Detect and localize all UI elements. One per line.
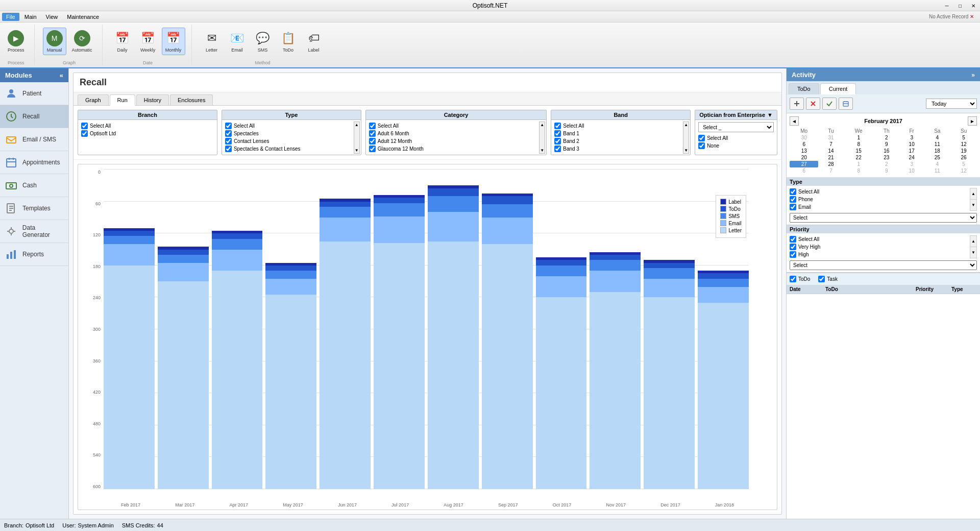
type-phone[interactable]: Phone	[790, 196, 968, 203]
type-select-dropdown[interactable]: Select	[790, 213, 977, 223]
category-select-all-checkbox[interactable]	[369, 123, 376, 129]
priority-select-dropdown[interactable]: Select Very High	[790, 260, 977, 270]
menu-file[interactable]: File	[2, 13, 19, 21]
cal-day-3-next[interactable]: 3	[899, 161, 924, 167]
cal-day-11-next[interactable]: 11	[924, 167, 950, 174]
today-dropdown[interactable]: Today	[926, 99, 977, 109]
cal-day-10-next[interactable]: 10	[899, 167, 924, 174]
cal-day-25[interactable]: 25	[924, 154, 950, 161]
cal-day-31-prev[interactable]: 31	[818, 134, 843, 141]
category-glaucoma-12m-checkbox[interactable]	[369, 146, 376, 152]
cal-day-9[interactable]: 9	[874, 141, 899, 148]
cal-day-12-next[interactable]: 12	[950, 167, 977, 174]
priority-high-checkbox[interactable]	[790, 251, 796, 258]
filter-band-select-all[interactable]: Select All	[554, 122, 687, 130]
cal-day-9-next[interactable]: 9	[874, 167, 899, 174]
act-btn-new[interactable]	[790, 98, 804, 110]
act-btn-calendar[interactable]	[839, 98, 853, 110]
cal-day-3[interactable]: 3	[899, 134, 924, 141]
close-button[interactable]: ✕	[967, 0, 980, 11]
cal-day-4-next[interactable]: 4	[924, 161, 950, 167]
optician-select-all-checkbox[interactable]	[698, 135, 705, 141]
bottom-todo-checkbox[interactable]	[790, 276, 796, 282]
band-scrollbar[interactable]: ▲ ▼	[683, 122, 689, 154]
priority-very-high-checkbox[interactable]	[790, 244, 796, 250]
cal-day-6-next[interactable]: 6	[790, 167, 818, 174]
bottom-task-check[interactable]: Task	[818, 275, 838, 283]
filter-branch-optisoft[interactable]: Optisoft Ltd	[81, 130, 214, 137]
priority-very-high[interactable]: Very High	[790, 243, 968, 251]
ribbon-btn-letter[interactable]: ✉ Letter	[200, 28, 224, 55]
activity-tab-current[interactable]: Current	[820, 83, 856, 94]
menu-main[interactable]: Main	[20, 13, 41, 21]
branch-select-all-checkbox[interactable]	[81, 123, 88, 129]
cal-day-2-next[interactable]: 2	[874, 161, 899, 167]
cal-day-4[interactable]: 4	[924, 134, 950, 141]
priority-scroll-up[interactable]: ▲	[970, 236, 976, 247]
bar-group-7[interactable]	[482, 170, 533, 489]
activity-expand-icon[interactable]: »	[971, 71, 975, 79]
bar-group-10[interactable]	[644, 170, 695, 489]
ribbon-btn-email[interactable]: 📧 Email	[226, 28, 249, 55]
cal-day-5-next[interactable]: 5	[950, 161, 977, 167]
minimize-button[interactable]: ─	[940, 0, 953, 11]
type-select-all-checkbox[interactable]	[790, 188, 796, 195]
bar-group-5[interactable]	[374, 170, 425, 489]
sidebar-item-templates[interactable]: Templates	[0, 197, 68, 220]
band-select-all-checkbox[interactable]	[554, 123, 561, 129]
type-scrollbar[interactable]: ▲ ▼	[354, 122, 360, 154]
bottom-task-checkbox[interactable]	[818, 276, 825, 282]
cal-day-15[interactable]: 15	[844, 148, 874, 154]
optician-none-checkbox[interactable]	[698, 142, 705, 149]
cal-day-8[interactable]: 8	[844, 141, 874, 148]
branch-optisoft-checkbox[interactable]	[81, 130, 88, 137]
category-adult-12m-checkbox[interactable]	[369, 138, 376, 144]
cal-day-14[interactable]: 14	[818, 148, 843, 154]
filter-optician-select-all[interactable]: Select All	[698, 134, 774, 142]
activity-tab-todo[interactable]: ToDo	[789, 83, 819, 94]
ribbon-btn-weekly[interactable]: 📅 Weekly	[136, 28, 160, 55]
cal-day-16[interactable]: 16	[874, 148, 899, 154]
cal-day-27-today[interactable]: 27	[790, 161, 818, 167]
type-scroll-up[interactable]: ▲	[970, 188, 976, 200]
filter-branch-select-all[interactable]: Select All	[81, 122, 214, 130]
band-1-checkbox[interactable]	[554, 130, 561, 137]
type-spectacles-contact-checkbox[interactable]	[225, 146, 232, 152]
cal-day-17[interactable]: 17	[899, 148, 924, 154]
tab-enclosures[interactable]: Enclosures	[170, 94, 213, 105]
ribbon-btn-automatic[interactable]: ⟳ Automatic	[68, 28, 96, 55]
tab-run[interactable]: Run	[110, 94, 135, 106]
cal-day-18[interactable]: 18	[924, 148, 950, 154]
cal-day-5[interactable]: 5	[950, 134, 977, 141]
filter-optician-none[interactable]: None	[698, 142, 774, 150]
filter-band-1[interactable]: Band 1	[554, 130, 687, 137]
next-month-button[interactable]: ►	[968, 116, 977, 126]
cal-day-8-next[interactable]: 8	[844, 167, 874, 174]
type-scroll-down-icon[interactable]: ▼	[355, 148, 359, 153]
cal-day-30-prev[interactable]: 30	[790, 134, 818, 141]
ribbon-btn-manual[interactable]: M Manual	[43, 28, 66, 55]
tab-graph[interactable]: Graph	[78, 94, 109, 105]
ribbon-btn-label[interactable]: 🏷 Label	[302, 28, 326, 55]
sidebar-item-cash[interactable]: Cash	[0, 174, 68, 197]
bar-group-1[interactable]	[158, 170, 209, 489]
filter-type-spectacles-contact[interactable]: Spectacles & Contact Lenses	[225, 145, 358, 153]
type-scrollbar[interactable]: ▲ ▼	[970, 188, 977, 211]
menu-view[interactable]: View	[42, 13, 62, 21]
type-email-checkbox[interactable]	[790, 204, 796, 210]
act-btn-delete[interactable]	[806, 98, 820, 110]
cal-day-1[interactable]: 1	[844, 134, 874, 141]
priority-scrollbar[interactable]: ▲ ▼	[970, 235, 977, 258]
type-scroll-up-icon[interactable]: ▲	[355, 123, 359, 127]
sidebar-item-appointments[interactable]: Appointments	[0, 151, 68, 174]
priority-select-all[interactable]: Select All	[790, 235, 968, 243]
type-contact-lenses-checkbox[interactable]	[225, 138, 232, 144]
bar-group-8[interactable]	[536, 170, 587, 489]
cal-day-23[interactable]: 23	[874, 154, 899, 161]
bottom-todo-check[interactable]: ToDo	[790, 275, 810, 283]
filter-category-glaucoma-12m[interactable]: Glaucoma 12 Month	[369, 145, 543, 153]
sidebar-item-patient[interactable]: Patient	[0, 82, 68, 105]
type-scroll-down[interactable]: ▼	[970, 200, 976, 211]
cal-day-19[interactable]: 19	[950, 148, 977, 154]
band-scroll-down-icon[interactable]: ▼	[684, 148, 688, 153]
